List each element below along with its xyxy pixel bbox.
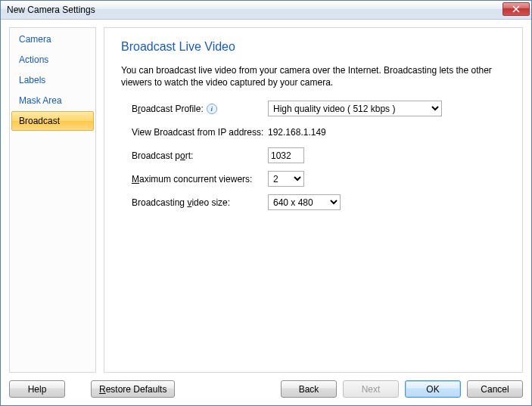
dialog-body: Camera Actions Labels Mask Area Broadcas… [1,20,531,405]
next-button: Next [343,380,399,398]
row-broadcast-profile: Broadcast Profile: i High quality video … [132,101,506,116]
row-max-viewers: Maximum concurrent viewers: 2 [132,171,506,187]
form: Broadcast Profile: i High quality video … [121,101,506,210]
close-icon [512,5,520,13]
row-ip-address: View Broadcast from IP address: 192.168.… [132,124,506,140]
broadcast-profile-select[interactable]: High quality video ( 512 kbps ) [268,101,442,116]
max-viewers-select[interactable]: 2 [268,171,304,187]
sidebar-item-label: Labels [19,75,45,85]
close-button[interactable] [502,2,530,16]
broadcast-port-label: Broadcast port: [132,150,268,161]
sidebar-item-label: Actions [19,54,48,65]
sidebar-item-label: Camera [19,34,51,45]
sidebar-item-actions[interactable]: Actions [11,50,94,70]
sidebar-item-label: Broadcast [19,116,60,126]
sidebar-item-broadcast[interactable]: Broadcast [11,111,94,131]
ip-address-label: View Broadcast from IP address: [132,127,268,138]
page-heading: Broadcast Live Video [121,40,506,54]
content-panel: Broadcast Live Video You can broadcast l… [104,27,523,373]
page-description: You can broadcast live video from your c… [121,64,506,88]
sidebar-item-mask-area[interactable]: Mask Area [11,91,94,110]
row-video-size: Broadcasting video size: 640 x 480 [132,194,506,210]
sidebar: Camera Actions Labels Mask Area Broadcas… [9,27,96,373]
titlebar: New Camera Settings [1,1,531,20]
video-size-label: Broadcasting video size: [132,197,268,208]
window-title: New Camera Settings [7,5,95,15]
footer: Help Restore Defaults Back Next OK Cance… [9,379,523,398]
dialog-window: New Camera Settings Camera Actions Label… [0,0,532,406]
cancel-button[interactable]: Cancel [467,380,523,398]
sidebar-item-labels[interactable]: Labels [11,70,94,90]
sidebar-item-label: Mask Area [19,95,62,106]
main-area: Camera Actions Labels Mask Area Broadcas… [9,27,523,373]
ip-address-value: 192.168.1.149 [268,127,326,138]
video-size-select[interactable]: 640 x 480 [268,194,341,210]
restore-defaults-button[interactable]: Restore Defaults [91,380,175,398]
help-button[interactable]: Help [9,380,65,398]
row-broadcast-port: Broadcast port: [132,147,506,163]
broadcast-port-input[interactable] [268,147,304,163]
ok-button[interactable]: OK [405,380,461,398]
broadcast-profile-label: Broadcast Profile: i [132,104,268,114]
info-icon[interactable]: i [207,104,217,114]
back-button[interactable]: Back [281,380,337,398]
max-viewers-label: Maximum concurrent viewers: [132,174,268,184]
sidebar-item-camera[interactable]: Camera [11,29,94,49]
